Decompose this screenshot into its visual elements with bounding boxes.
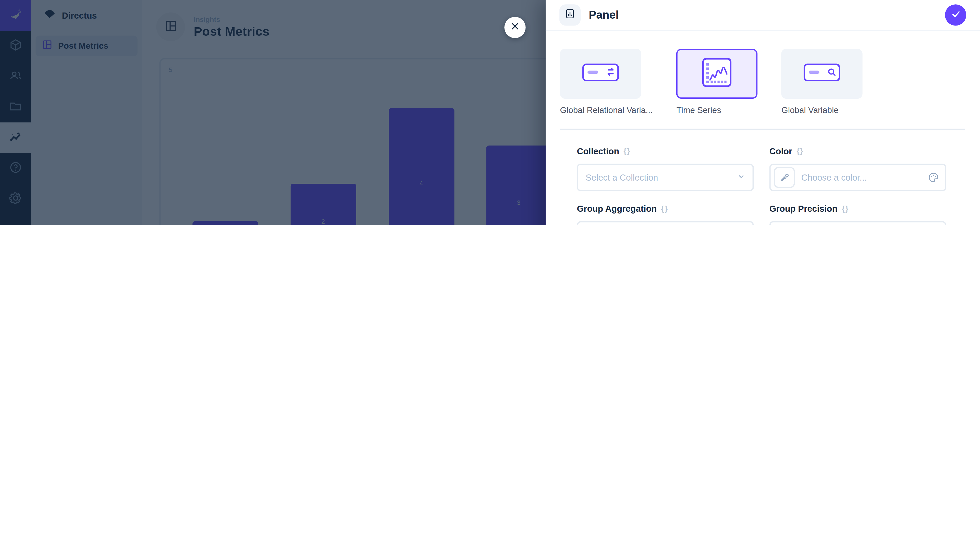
close-icon — [510, 21, 520, 34]
panel-type-time-series[interactable] — [676, 49, 758, 99]
field-group-aggregation: Group Aggregation{} Select an item... — [577, 203, 754, 225]
check-icon — [950, 8, 961, 21]
raw-value-icon[interactable]: {} — [842, 204, 849, 213]
field-label: Group Precision — [770, 203, 838, 213]
global-variable-icon — [803, 61, 842, 86]
group-aggregation-select[interactable]: Select an item... — [577, 221, 754, 225]
field-label: Group Aggregation — [577, 203, 657, 213]
field-label: Collection — [577, 146, 619, 156]
panel-type-list: Global Relational Varia... Time Series G… — [546, 31, 980, 115]
eyedropper-button[interactable] — [774, 167, 795, 188]
drawer-header: Panel — [546, 0, 980, 31]
relational-variable-icon — [581, 61, 620, 86]
panel-type-label: Time Series — [676, 106, 758, 115]
field-color: Color{} Choose a color... — [770, 146, 946, 191]
insert-chart-icon — [564, 8, 576, 22]
app-window: Directus Post Metrics Insights Post Metr… — [0, 0, 980, 225]
raw-value-icon[interactable]: {} — [661, 204, 668, 213]
chevron-down-icon — [737, 172, 746, 183]
group-precision-select[interactable]: Hour — [770, 221, 946, 225]
panel-icon-button — [559, 4, 581, 25]
palette-icon[interactable] — [928, 171, 939, 183]
panel-options-form: Collection{} Select a Collection Color{}… — [546, 130, 980, 225]
raw-value-icon[interactable]: {} — [624, 147, 631, 156]
modal-overlay[interactable] — [0, 0, 546, 225]
raw-value-icon[interactable]: {} — [797, 147, 803, 156]
close-button[interactable] — [504, 17, 525, 38]
time-series-icon — [700, 55, 735, 93]
drawer-title: Panel — [589, 8, 619, 21]
field-label: Color — [770, 146, 792, 156]
panel-type-label: Global Relational Varia... — [560, 106, 652, 115]
panel-drawer: Panel Global Relational Varia... — [546, 0, 980, 225]
save-button[interactable] — [945, 4, 966, 25]
color-input[interactable]: Choose a color... — [770, 164, 946, 191]
collection-select[interactable]: Select a Collection — [577, 164, 754, 191]
field-collection: Collection{} Select a Collection — [577, 146, 754, 191]
field-group-precision: Group Precision{} Hour — [770, 203, 946, 225]
panel-type-global-variable[interactable] — [781, 49, 862, 99]
panel-type-label: Global Variable — [781, 106, 862, 115]
panel-type-global-relational-variable[interactable] — [560, 49, 641, 99]
